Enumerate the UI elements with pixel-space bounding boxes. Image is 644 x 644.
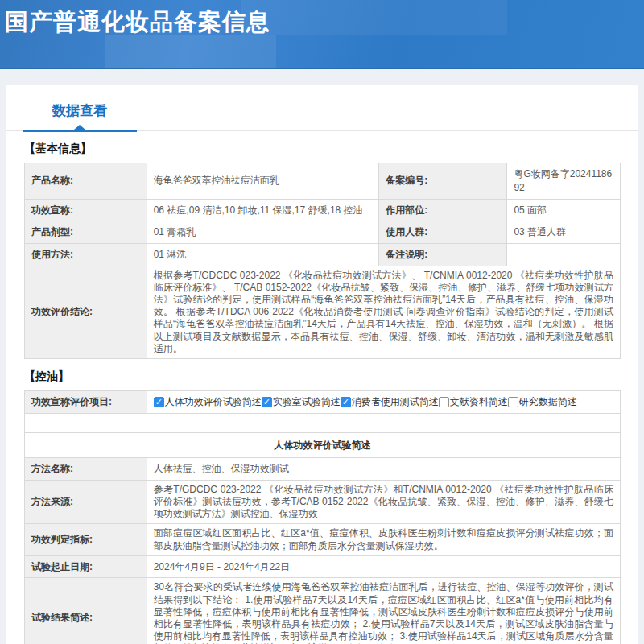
- field-value-judgment-indicators: 面部痘痘区域红区面积占比、红区a*值、痘痘体积、皮肤科医生粉刺计数和痘痘皮损评分…: [147, 524, 620, 555]
- section-title-basic-info: 【基本信息】: [24, 142, 621, 156]
- field-label-target-users: 使用人群:: [379, 221, 507, 244]
- field-value-remarks: [507, 244, 621, 266]
- field-value-method-name: 人体祛痘、控油、保湿功效测试: [147, 458, 620, 481]
- checkbox-icon-3[interactable]: [439, 397, 449, 407]
- field-value-efficacy-claims: 06 祛痘,09 清洁,10 卸妆,11 保湿,17 舒缓,18 控油: [147, 199, 379, 221]
- table-row: 人体功效评价试验简述: [25, 432, 621, 458]
- banner-decoration: [105, 35, 276, 69]
- page-title: 国产普通化妆品备案信息: [0, 0, 644, 39]
- table-row: 试验起止日期: 2024年4月9日 - 2024年4月22日: [25, 555, 621, 578]
- field-label-usage-method: 使用方法:: [25, 244, 147, 266]
- checkbox-item-human-efficacy[interactable]: 人体功效评价试验简述: [154, 395, 262, 409]
- field-label-filing-number: 备案编号:: [379, 163, 507, 200]
- field-value-product-name: 海龟爸爸双萃控油祛痘洁面乳: [147, 163, 379, 200]
- checkbox-label: 实验室试验简述: [273, 395, 341, 409]
- spacer-row: [25, 413, 621, 432]
- checkbox-icon-0[interactable]: [154, 397, 164, 407]
- checkbox-group: 人体功效评价试验简述 实验室试验简述 消费者使用测试简述 文献资料简述: [154, 395, 613, 409]
- field-value-product-form: 01 膏霜乳: [147, 221, 379, 244]
- table-row: 使用方法: 01 淋洗 备注说明:: [25, 244, 621, 266]
- checkbox-item-research-data[interactable]: 研究数据简述: [508, 395, 577, 409]
- field-label-application-area: 作用部位:: [379, 199, 507, 221]
- table-row: 功效评价结论: 根据参考T/GDCDC 023-2022 《化妆品祛痘功效测试方…: [25, 266, 621, 358]
- table-row: 功效宣称: 06 祛痘,09 清洁,10 卸妆,11 保湿,17 舒缓,18 控…: [25, 199, 621, 221]
- field-value-application-area: 05 面部: [507, 199, 621, 221]
- field-value-method-source: 参考T/GDCDC 023-2022 《化妆品祛痘功效测试方法》和T/CNMIA…: [147, 481, 620, 524]
- table-row: 方法名称: 人体祛痘、控油、保湿功效测试: [25, 458, 621, 481]
- tab-bar: 数据查看: [6, 85, 638, 131]
- checkbox-icon-2[interactable]: [341, 397, 351, 407]
- field-value-efficacy-conclusion: 根据参考T/GDCDC 023-2022 《化妆品祛痘功效测试方法》、 T/CN…: [147, 266, 620, 358]
- checkbox-item-laboratory-test[interactable]: 实验室试验简述: [262, 395, 341, 409]
- spacer-cell: [25, 413, 621, 432]
- field-value-test-dates: 2024年4月9日 - 2024年4月22日: [147, 555, 620, 578]
- checkbox-label: 研究数据简述: [519, 395, 577, 409]
- table-row: 产品名称: 海龟爸爸双萃控油祛痘洁面乳 备案编号: 粤G妆网备字20241186…: [25, 163, 621, 200]
- field-label-efficacy-conclusion: 功效评价结论:: [25, 266, 147, 358]
- basic-info-table: 产品名称: 海龟爸爸双萃控油祛痘洁面乳 备案编号: 粤G妆网备字20241186…: [24, 163, 621, 359]
- field-label-product-form: 产品剂型:: [25, 221, 147, 244]
- checkbox-icon-1[interactable]: [262, 397, 272, 407]
- field-value-target-users: 03 普通人群: [507, 221, 621, 244]
- field-label-remarks: 备注说明:: [379, 244, 507, 266]
- oil-control-table: 功效宣称评价项目: 人体功效评价试验简述 实验室试验简述: [24, 390, 621, 644]
- checkbox-item-literature[interactable]: 文献资料简述: [439, 395, 508, 409]
- table-row: 功效判定指标: 面部痘痘区域红区面积占比、红区a*值、痘痘体积、皮肤科医生粉刺计…: [25, 524, 621, 555]
- table-row: 产品剂型: 01 膏霜乳 使用人群: 03 普通人群: [25, 221, 621, 244]
- field-value-test-results: 30名符合要求的受试者连续使用海龟爸爸双萃控油祛痘洁面乳后，进行祛痘、控油、保湿…: [147, 578, 620, 644]
- tab-data-view-label: 数据查看: [52, 103, 107, 118]
- table-row: 试验结果简述: 30名符合要求的受试者连续使用海龟爸爸双萃控油祛痘洁面乳后，进行…: [25, 578, 621, 644]
- field-label-test-dates: 试验起止日期:: [25, 555, 147, 578]
- page-header-banner: 国产普通化妆品备案信息: [0, 0, 644, 69]
- field-label-method-source: 方法来源:: [25, 481, 147, 524]
- field-label-test-results: 试验结果简述:: [25, 578, 147, 644]
- field-value-filing-number: 粤G妆网备字2024118692: [507, 163, 621, 200]
- field-label-method-name: 方法名称:: [25, 458, 147, 481]
- checkbox-label: 消费者使用测试简述: [352, 395, 439, 409]
- field-value-usage-method: 01 淋洗: [147, 244, 379, 266]
- table-row: 功效宣称评价项目: 人体功效评价试验简述 实验室试验简述: [25, 390, 621, 413]
- tab-active-caret-icon: [74, 125, 85, 130]
- field-label-judgment-indicators: 功效判定指标:: [25, 524, 147, 555]
- checkbox-label: 人体功效评价试验简述: [165, 395, 262, 409]
- field-label-evaluation-items: 功效宣称评价项目:: [25, 390, 147, 413]
- section-title-oil-control: 【控油】: [24, 369, 621, 384]
- evaluation-items-cell: 人体功效评价试验简述 实验室试验简述 消费者使用测试简述 文献资料简述: [147, 390, 620, 413]
- field-label-product-name: 产品名称:: [25, 163, 147, 200]
- table-row: 方法来源: 参考T/GDCDC 023-2022 《化妆品祛痘功效测试方法》和T…: [25, 481, 621, 524]
- checkbox-icon-4[interactable]: [508, 397, 518, 407]
- field-label-efficacy-claims: 功效宣称:: [25, 199, 147, 221]
- subsection-title-human-efficacy: 人体功效评价试验简述: [25, 432, 621, 458]
- content-card: 数据查看 【基本信息】 产品名称: 海龟爸爸双萃控油祛痘洁面乳 备案编号: 粤G…: [6, 85, 638, 644]
- tab-data-view[interactable]: 数据查看: [23, 101, 137, 130]
- checkbox-item-consumer-test[interactable]: 消费者使用测试简述: [341, 395, 439, 409]
- checkbox-label: 文献资料简述: [450, 395, 508, 409]
